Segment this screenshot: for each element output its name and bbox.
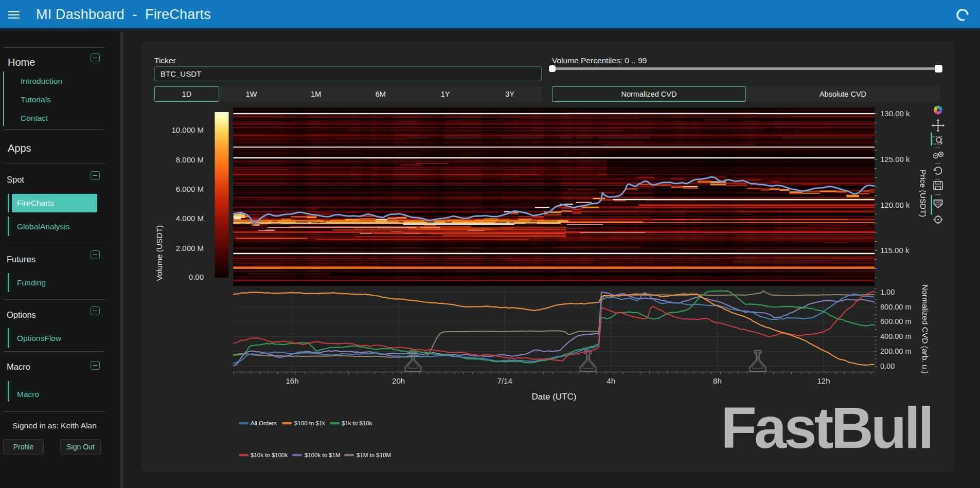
svg-text:$1k to $10k: $1k to $10k (342, 420, 372, 426)
svg-text:200.00 m: 200.00 m (880, 347, 911, 355)
svg-text:125.00 k: 125.00 k (880, 155, 910, 164)
svg-text:7/14: 7/14 (497, 376, 512, 385)
svg-text:$10k to $100k: $10k to $100k (251, 452, 288, 458)
svg-text:10.000 M: 10.000 M (171, 125, 204, 134)
svg-text:$1M to $10M: $1M to $10M (357, 452, 391, 458)
svg-text:2.000 M: 2.000 M (176, 244, 204, 252)
svg-text:$100 to $1k: $100 to $1k (294, 420, 325, 426)
svg-text:4h: 4h (607, 376, 615, 385)
svg-text:120.00 k: 120.00 k (880, 201, 910, 209)
svg-text:Normalized CVD (arb. u.): Normalized CVD (arb. u.) (921, 284, 930, 374)
svg-text:FastBull: FastBull (721, 395, 932, 460)
svg-text:20h: 20h (392, 376, 405, 385)
svg-text:4.000 M: 4.000 M (176, 214, 204, 223)
svg-text:600.00 m: 600.00 m (880, 317, 911, 326)
svg-text:Date (UTC): Date (UTC) (532, 392, 577, 402)
svg-text:Volume (USDT): Volume (USDT) (155, 225, 164, 281)
svg-text:Price (USDT): Price (USDT) (919, 170, 928, 217)
svg-text:8h: 8h (713, 376, 722, 385)
svg-text:400.00 m: 400.00 m (880, 332, 911, 340)
svg-text:8.000 M: 8.000 M (176, 155, 204, 164)
svg-text:800.00 m: 800.00 m (880, 303, 911, 311)
svg-text:1.00: 1.00 (880, 288, 895, 296)
svg-text:130.00 k: 130.00 k (880, 109, 910, 118)
svg-text:0.00: 0.00 (880, 362, 895, 370)
svg-text:115.00 k: 115.00 k (880, 246, 910, 255)
svg-text:6.000 M: 6.000 M (176, 185, 204, 193)
svg-text:12h: 12h (817, 376, 830, 385)
svg-text:16h: 16h (286, 376, 298, 385)
svg-text:$100k to $1M: $100k to $1M (305, 452, 341, 458)
svg-text:All Orders: All Orders (251, 420, 277, 426)
svg-text:0.00: 0.00 (189, 273, 204, 281)
